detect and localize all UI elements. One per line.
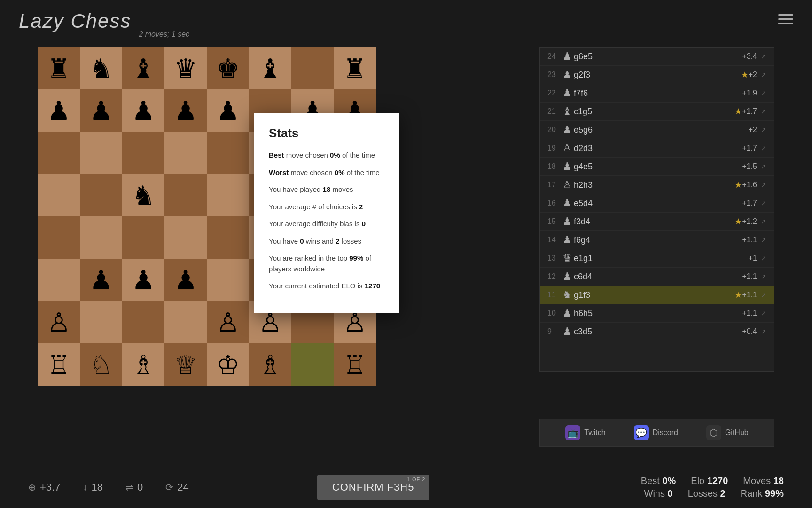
move-row[interactable]: 10 ♟ h6h5 +1.1 ↗	[540, 304, 774, 323]
board-cell[interactable]: ♝	[249, 47, 291, 89]
github-label: GitHub	[725, 429, 749, 437]
board-cell[interactable]	[38, 216, 80, 259]
external-link-icon[interactable]: ↗	[761, 310, 766, 317]
board-cell[interactable]: ♟	[164, 259, 207, 301]
external-link-icon[interactable]: ↗	[761, 108, 766, 115]
external-link-icon[interactable]: ↗	[761, 236, 766, 244]
external-link-icon[interactable]: ↗	[761, 144, 766, 152]
move-number: 21	[547, 107, 562, 116]
external-link-icon[interactable]: ↗	[761, 291, 766, 299]
board-cell[interactable]	[164, 216, 207, 259]
discord-icon: 💬	[634, 425, 649, 440]
board-cell[interactable]: ♟	[38, 89, 80, 132]
board-cell[interactable]: ♟	[207, 89, 249, 132]
board-cell[interactable]: ♛	[164, 47, 207, 89]
board-cell[interactable]	[80, 132, 122, 174]
board-cell[interactable]: ♗	[249, 343, 291, 386]
move-number: 19	[547, 144, 562, 152]
board-cell[interactable]: ♟	[80, 259, 122, 301]
board-cell[interactable]: ♜	[38, 47, 80, 89]
move-row[interactable]: 21 ♝ c1g5 ★ +1.7 ↗	[540, 103, 774, 121]
board-cell[interactable]	[122, 132, 164, 174]
board-cell[interactable]	[207, 259, 249, 301]
external-link-icon[interactable]: ↗	[761, 53, 766, 60]
discord-link[interactable]: 💬 Discord	[634, 425, 678, 440]
external-link-icon[interactable]: ↗	[761, 328, 766, 335]
board-cell[interactable]	[80, 174, 122, 216]
move-row[interactable]: 23 ♟ g2f3 ★ +2 ↗	[540, 66, 774, 84]
board-cell[interactable]	[80, 216, 122, 259]
board-cell[interactable]	[164, 301, 207, 343]
stats-best-label: Best	[269, 151, 284, 159]
board-cell[interactable]: ♟	[80, 89, 122, 132]
external-link-icon[interactable]: ↗	[761, 254, 766, 262]
external-link-icon[interactable]: ↗	[761, 163, 766, 170]
move-row[interactable]: 11 ♞ g1f3 ★ +1.1 ↗	[540, 286, 774, 304]
hamburger-menu[interactable]	[778, 14, 793, 24]
confirm-button[interactable]: CONFIRM F3H5 1 OF 2	[317, 475, 429, 500]
move-row[interactable]: 16 ♟ e5d4 +1.7 ↗	[540, 194, 774, 213]
external-link-icon[interactable]: ↗	[761, 126, 766, 134]
board-cell[interactable]: ♟	[122, 89, 164, 132]
board-cell[interactable]	[207, 216, 249, 259]
move-number: 17	[547, 181, 562, 189]
move-row[interactable]: 17 ♙ h2h3 ★ +1.6 ↗	[540, 176, 774, 194]
board-cell[interactable]: ♟	[164, 89, 207, 132]
move-score: +1.2	[742, 217, 757, 226]
board-cell[interactable]	[122, 216, 164, 259]
board-cell[interactable]	[38, 259, 80, 301]
board-cell[interactable]	[291, 343, 334, 386]
external-link-icon[interactable]: ↗	[761, 181, 766, 189]
board-cell[interactable]	[38, 174, 80, 216]
external-link-icon[interactable]: ↗	[761, 89, 766, 97]
board-cell[interactable]: ♕	[164, 343, 207, 386]
move-row[interactable]: 18 ♟ g4e5 +1.5 ↗	[540, 158, 774, 176]
stats-diff-prefix: Your average difficulty bias is	[269, 220, 359, 228]
move-score: +1.5	[742, 162, 757, 171]
board-cell[interactable]: ♙	[207, 301, 249, 343]
right-stats: Best 0% Elo 1270 Moves 18 Wins 0 Losses …	[641, 476, 784, 499]
board-cell[interactable]: ♜	[334, 47, 376, 89]
move-list-panel[interactable]: 24 ♟ g6e5 +3.4 ↗ 23 ♟ g2f3 ★ +2 ↗ 22 ♟ f…	[539, 47, 774, 372]
move-row[interactable]: 20 ♟ e5g6 +2 ↗	[540, 121, 774, 139]
move-piece: ♟	[562, 307, 572, 319]
twitch-link[interactable]: 📺 Twitch	[565, 425, 605, 440]
move-row[interactable]: 13 ♛ e1g1 +1 ↗	[540, 249, 774, 268]
board-cell[interactable]	[207, 174, 249, 216]
external-link-icon[interactable]: ↗	[761, 273, 766, 280]
move-row[interactable]: 9 ♟ c3d5 +0.4 ↗	[540, 323, 774, 341]
losses-stat: Losses 2	[688, 488, 726, 499]
board-cell[interactable]	[80, 301, 122, 343]
board-cell[interactable]: ♞	[80, 47, 122, 89]
board-cell[interactable]: ♞	[122, 174, 164, 216]
board-cell[interactable]: ♗	[122, 343, 164, 386]
stats-played-line: You have played 18 moves	[269, 184, 384, 195]
board-cell[interactable]	[38, 132, 80, 174]
board-cell[interactable]	[122, 301, 164, 343]
board-cell[interactable]: ♘	[80, 343, 122, 386]
board-cell[interactable]: ♖	[334, 343, 376, 386]
board-cell[interactable]	[291, 47, 334, 89]
board-cell[interactable]: ♟	[122, 259, 164, 301]
board-cell[interactable]	[207, 132, 249, 174]
board-cell[interactable]	[164, 174, 207, 216]
best-stat: Best 0%	[641, 476, 676, 486]
move-row[interactable]: 12 ♟ c6d4 +1.1 ↗	[540, 268, 774, 286]
board-cell[interactable]: ♚	[207, 47, 249, 89]
move-row[interactable]: 24 ♟ g6e5 +3.4 ↗	[540, 48, 774, 66]
move-row[interactable]: 14 ♟ f6g4 +1.1 ↗	[540, 231, 774, 249]
move-row[interactable]: 15 ♟ f3d4 ★ +1.2 ↗	[540, 213, 774, 231]
external-link-icon[interactable]: ↗	[761, 199, 766, 207]
board-cell[interactable]: ♙	[38, 301, 80, 343]
board-cell[interactable]: ♝	[122, 47, 164, 89]
external-link-icon[interactable]: ↗	[761, 218, 766, 225]
board-cell[interactable]: ♖	[38, 343, 80, 386]
stats-elo-val: 1270	[365, 282, 380, 290]
move-notation: c3d5	[574, 327, 742, 337]
board-cell[interactable]	[164, 132, 207, 174]
move-row[interactable]: 19 ♙ d2d3 +1.7 ↗	[540, 139, 774, 158]
github-link[interactable]: ⬡ GitHub	[706, 425, 749, 440]
move-row[interactable]: 22 ♟ f7f6 +1.9 ↗	[540, 84, 774, 103]
board-cell[interactable]: ♔	[207, 343, 249, 386]
external-link-icon[interactable]: ↗	[761, 71, 766, 79]
